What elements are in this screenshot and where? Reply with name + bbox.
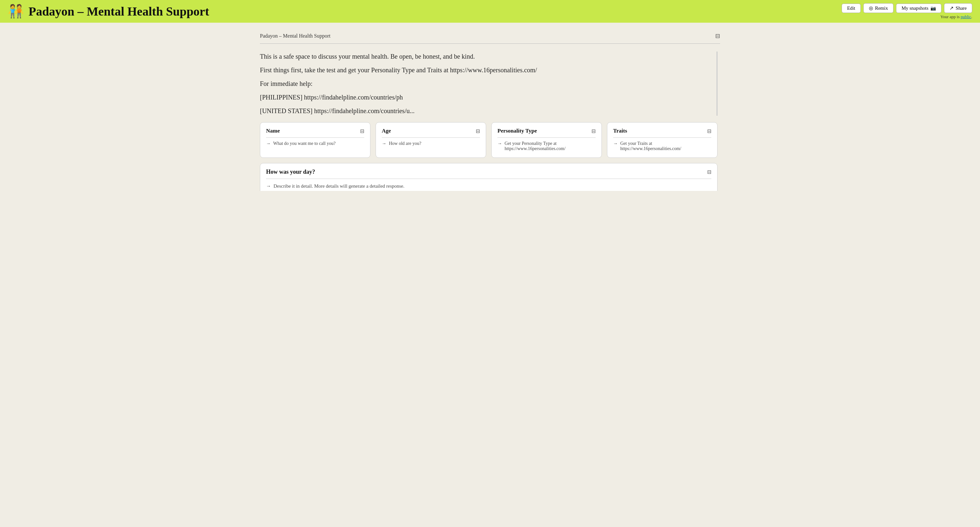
app-icon: 🧑‍🤝‍🧑 (8, 5, 24, 18)
app-header: 🧑‍🤝‍🧑 Padayon – Mental Health Support Ed… (0, 0, 980, 23)
name-arrow-icon: → (266, 141, 270, 146)
day-card-label: How was your day? (266, 169, 315, 175)
age-arrow-icon: → (382, 141, 386, 146)
description-line5: [UNITED STATES] https://findahelpline.co… (260, 106, 713, 116)
personality-card-label: Personality Type (498, 128, 537, 134)
snapshots-button[interactable]: My snapshots (896, 3, 942, 13)
main-content: Padayon – Mental Health Support ⊟ This i… (247, 23, 733, 201)
traits-card-hint: → Get your Traits at https://www.16perso… (613, 141, 711, 151)
app-name-bar: Padayon – Mental Health Support ⊟ (260, 32, 720, 44)
traits-hint-text: Get your Traits at https://www.16persona… (620, 141, 711, 151)
share-icon (950, 5, 954, 11)
age-card-label: Age (382, 128, 391, 134)
personality-card-header: Personality Type ⊟ (498, 128, 596, 138)
age-card: Age ⊟ → How old are you? (375, 122, 486, 158)
name-card-label: Name (266, 128, 280, 134)
description-line2: First things first, take the test and ge… (260, 65, 713, 75)
personality-card: Personality Type ⊟ → Get your Personalit… (491, 122, 602, 158)
personality-card-hint: → Get your Personality Type at https://w… (498, 141, 596, 151)
description-block: This is a safe space to discuss your men… (260, 51, 718, 116)
personality-filter-icon[interactable]: ⊟ (592, 128, 596, 134)
header-left: 🧑‍🤝‍🧑 Padayon – Mental Health Support (8, 4, 209, 19)
snapshots-label: My snapshots (902, 5, 929, 11)
name-card-hint: → What do you want me to call you? (266, 141, 364, 146)
day-filter-icon[interactable]: ⊟ (707, 169, 711, 175)
traits-filter-icon[interactable]: ⊟ (707, 128, 711, 134)
name-card: Name ⊟ → What do you want me to call you… (260, 122, 371, 158)
age-filter-icon[interactable]: ⊟ (476, 128, 480, 134)
public-text: Your app is (940, 14, 959, 19)
public-link[interactable]: public (961, 14, 971, 19)
name-card-header: Name ⊟ (266, 128, 364, 138)
traits-card: Traits ⊟ → Get your Traits at https://ww… (607, 122, 718, 158)
day-textarea-card: How was your day? ⊟ → Describe it in det… (260, 163, 718, 191)
public-status: Your app is public. (940, 14, 972, 19)
age-card-hint: → How old are you? (382, 141, 480, 146)
day-hint-text: Describe it in detail. More details will… (274, 183, 404, 189)
age-card-header: Age ⊟ (382, 128, 480, 138)
share-button[interactable]: Share (944, 3, 972, 13)
header-buttons: Edit Remix My snapshots Share (842, 3, 972, 13)
traits-card-label: Traits (613, 128, 627, 134)
remix-label: Remix (875, 5, 888, 11)
description-line3: For immediate help: (260, 79, 713, 89)
input-cards-row: Name ⊟ → What do you want me to call you… (260, 122, 718, 158)
personality-arrow-icon: → (498, 141, 502, 146)
share-label: Share (956, 5, 967, 11)
camera-icon (931, 5, 936, 11)
name-filter-icon[interactable]: ⊟ (360, 128, 364, 134)
age-hint-text: How old are you? (389, 141, 421, 146)
description-line4: [PHILIPPINES] https://findahelpline.com/… (260, 92, 713, 102)
top-filter-icon[interactable]: ⊟ (715, 32, 720, 40)
day-card-hint: → Describe it in detail. More details wi… (266, 183, 711, 189)
day-card-header: How was your day? ⊟ (266, 169, 711, 179)
app-name-text: Padayon – Mental Health Support (260, 33, 331, 39)
traits-arrow-icon: → (613, 141, 618, 146)
day-arrow-icon: → (266, 183, 271, 189)
name-hint-text: What do you want me to call you? (273, 141, 336, 146)
description-scroll-area: This is a safe space to discuss your men… (260, 51, 720, 191)
app-title: Padayon – Mental Health Support (29, 4, 209, 19)
personality-hint-text: Get your Personality Type at https://www… (504, 141, 596, 151)
edit-button[interactable]: Edit (842, 3, 861, 13)
remix-icon (869, 5, 873, 11)
description-line1: This is a safe space to discuss your men… (260, 51, 713, 61)
public-period: . (971, 14, 972, 19)
header-right: Edit Remix My snapshots Share Your app i… (842, 3, 972, 19)
traits-card-header: Traits ⊟ (613, 128, 711, 138)
remix-button[interactable]: Remix (863, 3, 894, 13)
